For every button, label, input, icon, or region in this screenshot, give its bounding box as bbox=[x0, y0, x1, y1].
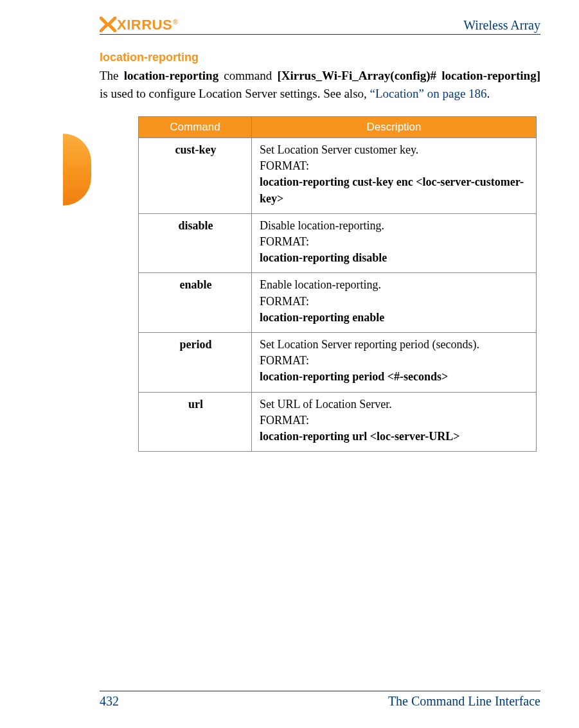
command-desc-cell: Enable location-reporting. FORMAT: locat… bbox=[252, 273, 537, 333]
cross-reference-link[interactable]: “Location” on page 186 bbox=[370, 87, 487, 100]
document-title: Wireless Array bbox=[463, 18, 540, 33]
format-code: location-reporting cust-key enc <loc-ser… bbox=[260, 174, 530, 206]
command-name-cell: disable bbox=[139, 213, 252, 273]
command-description: Set Location Server customer key. bbox=[260, 142, 530, 158]
command-name-cell: url bbox=[139, 392, 252, 452]
format-code: location-reporting disable bbox=[260, 250, 530, 266]
format-label: FORMAT: bbox=[260, 294, 530, 310]
section-heading: location-reporting bbox=[100, 51, 540, 64]
command-desc-cell: Disable location-reporting. FORMAT: loca… bbox=[252, 213, 537, 273]
para-text: . bbox=[487, 87, 490, 100]
footer-title: The Command Line Interface bbox=[388, 694, 540, 709]
para-text: command bbox=[218, 69, 277, 82]
format-code: location-reporting enable bbox=[260, 310, 530, 326]
command-table: Command Description cust-key Set Locatio… bbox=[138, 116, 537, 452]
para-text: is used to configure Location Server set… bbox=[100, 87, 370, 100]
command-description: Set Location Server reporting period (se… bbox=[260, 337, 530, 353]
brand-mark-icon bbox=[100, 17, 116, 32]
para-bold-command: location-reporting bbox=[124, 69, 218, 82]
format-label: FORMAT: bbox=[260, 158, 530, 174]
brand-logo: XIRRUS® bbox=[100, 16, 178, 33]
format-code: location-reporting period <#-seconds> bbox=[260, 369, 530, 385]
format-label: FORMAT: bbox=[260, 234, 530, 250]
format-label: FORMAT: bbox=[260, 413, 530, 429]
col-header-command: Command bbox=[139, 117, 252, 138]
para-bold-prompt: [Xirrus_Wi-Fi_Array(config)# location-re… bbox=[277, 69, 540, 82]
brand-logo-text: XIRRUS® bbox=[117, 17, 178, 33]
document-page: XIRRUS® Wireless Array location-reportin… bbox=[0, 0, 579, 728]
command-name-cell: enable bbox=[139, 273, 252, 333]
table-row: url Set URL of Location Server. FORMAT: … bbox=[139, 392, 537, 452]
command-desc-cell: Set URL of Location Server. FORMAT: loca… bbox=[252, 392, 537, 452]
table-row: cust-key Set Location Server customer ke… bbox=[139, 138, 537, 214]
intro-paragraph: The location-reporting command [Xirrus_W… bbox=[100, 67, 540, 102]
format-label: FORMAT: bbox=[260, 353, 530, 369]
command-desc-cell: Set Location Server reporting period (se… bbox=[252, 332, 537, 392]
para-text: The bbox=[100, 69, 124, 82]
command-name-cell: cust-key bbox=[139, 138, 252, 214]
command-description: Disable location-reporting. bbox=[260, 218, 530, 234]
table-header-row: Command Description bbox=[139, 117, 537, 138]
table-row: period Set Location Server reporting per… bbox=[139, 332, 537, 392]
command-desc-cell: Set Location Server customer key. FORMAT… bbox=[252, 138, 537, 214]
command-description: Set URL of Location Server. bbox=[260, 396, 530, 413]
page-footer: 432 The Command Line Interface bbox=[100, 691, 540, 709]
table-row: disable Disable location-reporting. FORM… bbox=[139, 213, 537, 273]
col-header-description: Description bbox=[252, 117, 537, 138]
table-row: enable Enable location-reporting. FORMAT… bbox=[139, 273, 537, 333]
command-name-cell: period bbox=[139, 332, 252, 392]
page-header: XIRRUS® Wireless Array bbox=[100, 16, 540, 35]
command-description: Enable location-reporting. bbox=[260, 277, 530, 293]
side-thumb-tab bbox=[63, 134, 91, 206]
format-code: location-reporting url <loc-server-URL> bbox=[260, 429, 530, 445]
page-number: 432 bbox=[100, 694, 119, 709]
